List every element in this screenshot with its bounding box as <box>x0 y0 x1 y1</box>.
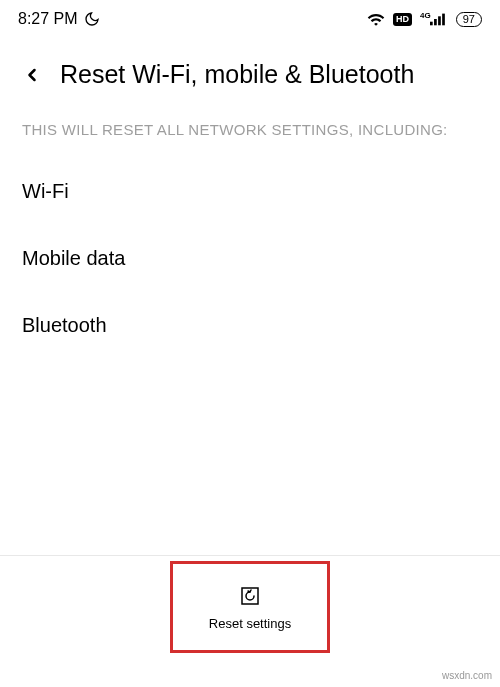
list-item: Mobile data <box>22 225 478 292</box>
svg-rect-3 <box>442 14 445 26</box>
svg-rect-1 <box>434 19 437 25</box>
header: Reset Wi-Fi, mobile & Bluetooth <box>0 36 500 107</box>
list-item: Wi-Fi <box>22 158 478 225</box>
reset-icon <box>238 584 262 608</box>
status-bar: 8:27 PM HD 4G 97 <box>0 0 500 36</box>
watermark: wsxdn.com <box>442 670 492 681</box>
battery-icon: 97 <box>456 12 482 27</box>
moon-icon <box>84 11 100 27</box>
divider <box>0 555 500 556</box>
back-button[interactable] <box>22 65 42 85</box>
chevron-left-icon <box>22 65 42 85</box>
hd-icon: HD <box>393 13 412 26</box>
reset-label: Reset settings <box>209 616 291 631</box>
status-right: HD 4G 97 <box>367 12 482 27</box>
svg-rect-2 <box>438 16 441 25</box>
description-text: THIS WILL RESET ALL NETWORK SETTINGS, IN… <box>0 107 500 158</box>
list-item: Bluetooth <box>22 292 478 359</box>
reset-settings-button[interactable]: Reset settings <box>170 561 330 653</box>
battery-level: 97 <box>463 14 475 25</box>
wifi-icon <box>367 12 385 26</box>
svg-rect-0 <box>430 22 433 26</box>
status-left: 8:27 PM <box>18 10 100 28</box>
page-title: Reset Wi-Fi, mobile & Bluetooth <box>60 60 414 89</box>
settings-list: Wi-Fi Mobile data Bluetooth <box>0 158 500 359</box>
status-time: 8:27 PM <box>18 10 78 28</box>
signal-icon: 4G <box>420 12 448 26</box>
